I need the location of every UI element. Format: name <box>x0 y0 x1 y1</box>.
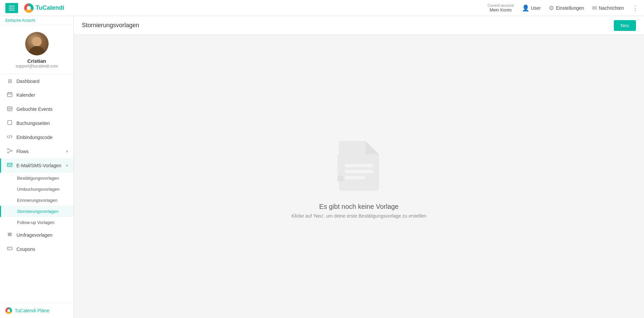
user-item[interactable]: 👤 User <box>522 4 541 12</box>
coupons-label: Coupons <box>16 246 68 252</box>
sidebar-nav: ⊞ Dashboard Kalender Gebuchte Events Bu <box>0 74 73 303</box>
content-header: Stornierungsvorlagen Neu <box>74 16 644 35</box>
svg-line-7 <box>9 135 10 138</box>
email-sms-label: E-Mail/SMS-Vorlagen <box>16 163 63 168</box>
email-sms-icon <box>6 162 13 169</box>
svg-point-9 <box>11 150 12 151</box>
dashboard-label: Dashboard <box>16 79 68 84</box>
umfragevorlagen-label: Umfragevorlagen <box>16 232 68 238</box>
sidebar-bottom: TuCalendi Pläne <box>0 303 73 318</box>
svg-point-8 <box>7 148 9 150</box>
empty-state-icon <box>332 134 386 195</box>
content-area: Stornierungsvorlagen Neu Es gibt noch ke… <box>74 16 644 318</box>
simple-view-toggle[interactable]: Einfache Ansicht <box>0 16 73 25</box>
sidebar-item-kalender[interactable]: Kalender <box>0 88 73 102</box>
sidebar-sub-umbuchungsvorlagen[interactable]: Umbuchungsvorlagen <box>0 184 73 195</box>
follow-up-vorlagen-label: Follow-up Vorlagen <box>17 220 54 225</box>
logo-icon <box>24 3 34 13</box>
dashboard-icon: ⊞ <box>6 78 13 84</box>
svg-point-10 <box>7 152 9 153</box>
sidebar-sub-bestaetigungsvorlagen[interactable]: Bestätigungsvorlagen <box>0 173 73 184</box>
coupons-icon <box>6 246 13 253</box>
erinnerungsvorlagen-label: Erinnerungsvorlagen <box>17 198 57 203</box>
svg-line-12 <box>9 151 11 152</box>
calendar-icon <box>6 92 13 98</box>
navbar-right: Current account Mein Konto 👤 User ⚙ Eins… <box>487 3 639 12</box>
sidebar-item-flows[interactable]: Flows ▾ <box>0 144 73 158</box>
navbar: TuCalendi Current account Mein Konto 👤 U… <box>0 0 644 16</box>
avatar <box>25 32 49 55</box>
events-icon <box>6 106 13 112</box>
svg-rect-19 <box>7 247 12 250</box>
kalender-label: Kalender <box>16 92 68 98</box>
sidebar-sub-follow-up-vorlagen[interactable]: Follow-up Vorlagen <box>0 217 73 228</box>
svg-rect-22 <box>345 170 373 173</box>
umfragevorlagen-icon <box>6 232 13 238</box>
stornierungsvorlagen-label: Stornierungsvorlagen <box>17 209 59 214</box>
current-account-item[interactable]: Current account Mein Konto <box>487 3 514 12</box>
profile-name: Cristian <box>28 58 46 64</box>
page-title: Stornierungsvorlagen <box>82 22 139 29</box>
flows-icon <box>6 148 13 155</box>
bestaetigungsvorlagen-label: Bestätigungsvorlagen <box>17 176 59 181</box>
user-label: User <box>531 5 541 11</box>
flows-label: Flows <box>16 149 63 154</box>
svg-rect-0 <box>7 93 12 97</box>
content-body: Es gibt noch keine Vorlage Klicke auf 'N… <box>74 35 644 318</box>
sidebar-item-buchungsseiten[interactable]: Buchungsseiten <box>0 116 73 130</box>
svg-rect-6 <box>8 121 12 125</box>
sidebar: Einfache Ansicht Cristian support@tucale… <box>0 16 74 318</box>
current-account-label: Current account <box>487 3 514 7</box>
sidebar-item-gebuchte-events[interactable]: Gebuchte Events <box>0 102 73 116</box>
einstellungen-item[interactable]: ⚙ Einstellungen <box>549 4 584 12</box>
mail-icon: ✉ <box>592 4 597 12</box>
svg-rect-21 <box>345 164 373 167</box>
sidebar-item-coupons[interactable]: Coupons <box>0 242 73 256</box>
nachrichten-item[interactable]: ✉ Nachrichten <box>592 4 624 12</box>
more-button[interactable]: ⋮ <box>632 4 639 12</box>
empty-state-subtitle: Klicke auf 'Neu', um deine erste Bestäti… <box>291 213 426 219</box>
gear-icon: ⚙ <box>549 4 554 12</box>
user-icon: 👤 <box>522 4 529 12</box>
sidebar-sub-stornierungsvorlagen[interactable]: Stornierungsvorlagen <box>0 206 73 217</box>
sidebar-item-dashboard[interactable]: ⊞ Dashboard <box>0 74 73 88</box>
avatar-image <box>25 32 49 55</box>
hamburger-button[interactable] <box>5 3 18 13</box>
plans-label: TuCalendi Pläne <box>15 308 49 313</box>
sidebar-item-email-sms-vorlagen[interactable]: E-Mail/SMS-Vorlagen ▾ <box>0 158 73 173</box>
umbuchungsvorlagen-label: Umbuchungsvorlagen <box>17 187 59 192</box>
gebuchte-events-label: Gebuchte Events <box>16 106 68 112</box>
logo-text: TuCalendi <box>36 4 64 11</box>
logo-area: TuCalendi <box>24 3 64 13</box>
sidebar-item-einbindungscode[interactable]: Einbindungscode <box>0 130 73 144</box>
mein-konto-label: Mein Konto <box>490 7 512 12</box>
einbindungscode-label: Einbindungscode <box>16 135 68 140</box>
email-sms-chevron: ▾ <box>66 163 68 168</box>
sidebar-item-umfragevorlagen[interactable]: Umfragevorlagen <box>0 228 73 242</box>
plans-logo-icon <box>5 307 12 314</box>
einstellungen-label: Einstellungen <box>556 5 584 11</box>
tucalendi-plans-link[interactable]: TuCalendi Pläne <box>5 307 68 314</box>
svg-line-11 <box>9 149 11 151</box>
code-icon <box>6 134 13 141</box>
navbar-left: TuCalendi <box>5 3 64 13</box>
profile-email: support@tucalendi.com <box>15 64 58 69</box>
main-layout: Einfache Ansicht Cristian support@tucale… <box>0 16 644 318</box>
buchungsseiten-label: Buchungsseiten <box>16 121 68 126</box>
neu-button[interactable]: Neu <box>614 20 636 31</box>
svg-rect-23 <box>345 176 365 179</box>
sidebar-sub-erinnerungsvorlagen[interactable]: Erinnerungsvorlagen <box>0 195 73 206</box>
svg-rect-4 <box>7 107 12 111</box>
nachrichten-label: Nachrichten <box>599 5 624 11</box>
buchungsseiten-icon <box>6 120 13 127</box>
sidebar-profile: Cristian support@tucalendi.com <box>0 25 73 74</box>
flows-chevron: ▾ <box>66 149 68 154</box>
empty-state-title: Es gibt noch keine Vorlage <box>319 203 399 211</box>
